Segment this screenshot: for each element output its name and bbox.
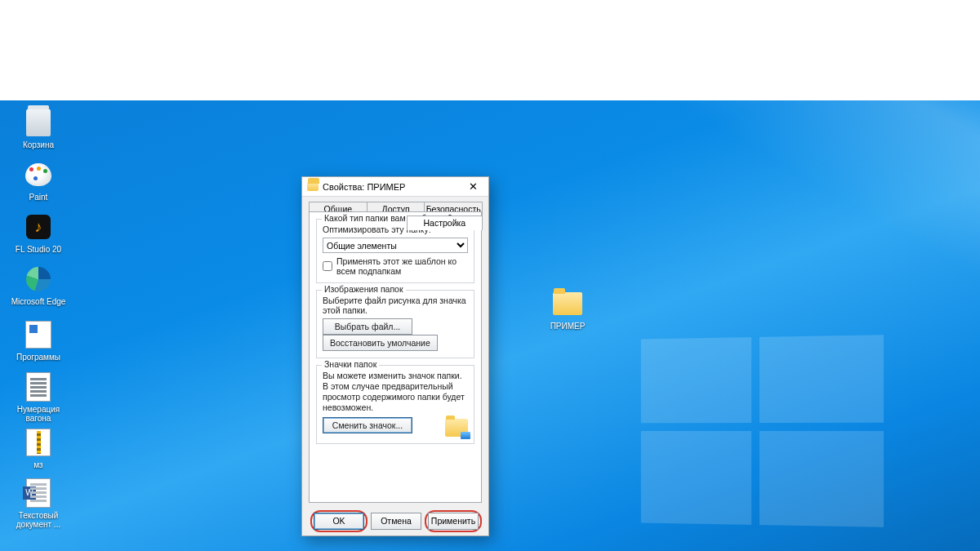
desktop-icon-recycle-bin[interactable]: Корзина (10, 107, 67, 149)
docx-icon (23, 478, 54, 509)
recycle-bin-icon (23, 107, 54, 138)
icon-label: Нумерация вагона (10, 405, 67, 423)
text-file-icon (23, 371, 54, 402)
top-whitespace (0, 0, 980, 100)
icon-label: Программы (10, 353, 67, 362)
group-folder-pictures: Изображения папок Выберите файл рисунка … (316, 290, 474, 358)
icon-label: мз (10, 460, 67, 469)
icon-label: Корзина (10, 140, 67, 149)
group-legend: Значки папок (322, 359, 379, 369)
desktop-icon-example[interactable]: ПРИМЕР (539, 288, 596, 331)
fl-studio-icon: ♪ (23, 211, 54, 242)
dialog-panel: Какой тип папки вам требуется? Оптимизир… (309, 211, 482, 503)
folder-icon (307, 182, 318, 192)
desktop-icon-text-doc[interactable]: Текстовый документ ... (10, 478, 67, 529)
checkbox-input[interactable] (323, 261, 332, 271)
restore-default-button[interactable]: Восстановить умолчание (323, 335, 438, 351)
properties-dialog[interactable]: Свойства: ПРИМЕР ✕ Общие Доступ Безопасн… (301, 176, 489, 536)
paint-icon (23, 159, 54, 190)
dialog-button-row: OK Отмена Применить (302, 506, 488, 535)
icon-label: Текстовый документ ... (10, 511, 67, 529)
optimize-select[interactable]: Общие элементы (323, 238, 468, 253)
desktop-icon-programs[interactable]: Программы (10, 319, 67, 362)
desktop-icon-numbering[interactable]: Нумерация вагона (10, 371, 67, 423)
choose-file-button[interactable]: Выбрать файл... (323, 318, 412, 335)
group-legend: Изображения папок (322, 284, 406, 294)
shortcut-icon (23, 319, 54, 350)
change-icon-button[interactable]: Сменить значок... (323, 417, 412, 433)
hint-text: Выберите файл рисунка для значка этой па… (323, 295, 468, 315)
desktop-icon-mz[interactable]: мз (10, 427, 67, 469)
tab-customize[interactable]: Настройка (407, 216, 483, 230)
dialog-titlebar[interactable]: Свойства: ПРИМЕР ✕ (302, 177, 488, 197)
icon-label: FL Studio 20 (10, 245, 67, 254)
icon-label: Microsoft Edge (10, 297, 67, 306)
windows-logo (641, 335, 884, 527)
highlight-ring-ok: OK (310, 510, 368, 532)
desktop-icon-edge[interactable]: Microsoft Edge (10, 264, 67, 306)
folder-icon (552, 288, 583, 319)
windows-desktop[interactable]: Корзина Paint ♪ FL Studio 20 Microsoft E… (0, 100, 980, 551)
apply-button[interactable]: Применить (428, 513, 479, 530)
highlight-ring-apply: Применить (425, 510, 482, 532)
edge-icon (23, 264, 54, 295)
close-button[interactable]: ✕ (461, 178, 485, 196)
icon-label: ПРИМЕР (539, 322, 596, 331)
apply-subfolders-checkbox[interactable]: Применять этот же шаблон ко всем подпапк… (323, 256, 468, 276)
dialog-title: Свойства: ПРИМЕР (323, 182, 461, 192)
ok-button[interactable]: OK (314, 513, 364, 530)
hint-text: Вы можете изменить значок папки. В этом … (323, 371, 468, 414)
folder-icon-preview (445, 419, 468, 437)
icon-label: Paint (10, 193, 67, 202)
checkbox-label: Применять этот же шаблон ко всем подпапк… (336, 256, 468, 276)
group-folder-icons: Значки папок Вы можете изменить значок п… (316, 365, 474, 444)
desktop-icon-fl-studio[interactable]: ♪ FL Studio 20 (10, 211, 67, 254)
desktop-icon-paint[interactable]: Paint (10, 159, 67, 202)
cancel-button[interactable]: Отмена (371, 513, 421, 530)
archive-icon (23, 427, 54, 458)
